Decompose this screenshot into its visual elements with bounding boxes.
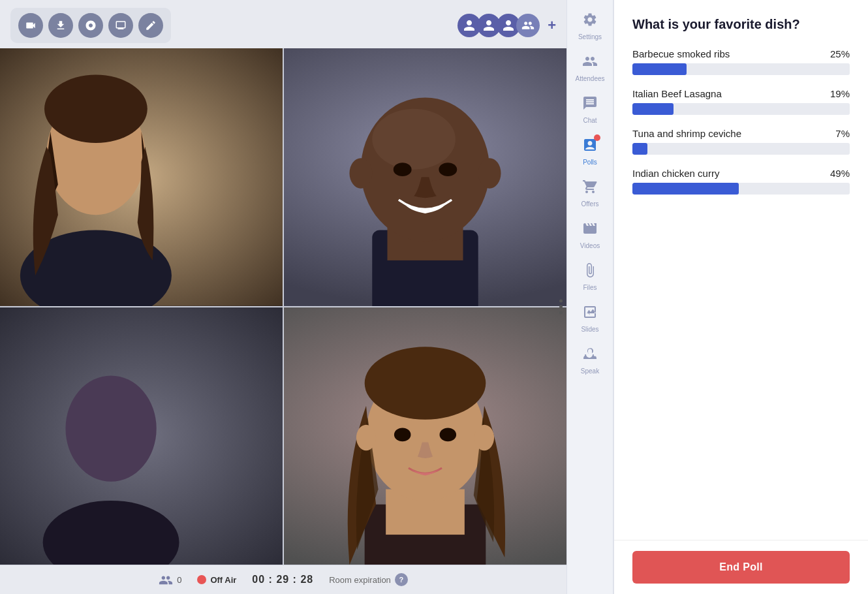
video-area: + bbox=[0, 0, 566, 594]
dot-3 bbox=[559, 311, 563, 314]
poll-item-pct-1: 19% bbox=[830, 88, 850, 99]
video-cell-4 bbox=[284, 307, 566, 565]
sidebar-item-settings[interactable]: Settings bbox=[567, 5, 613, 47]
help-button[interactable]: ? bbox=[395, 573, 408, 586]
three-dots-menu[interactable] bbox=[559, 299, 563, 314]
poll-content: What is your favorite dish? Barbecue smo… bbox=[614, 0, 868, 540]
video-cell-3 bbox=[0, 307, 283, 565]
poll-item-header-3: Indian chicken curry 49% bbox=[632, 168, 850, 179]
poll-item-label-1: Italian Beef Lasagna bbox=[632, 88, 722, 99]
edit-button[interactable] bbox=[138, 13, 163, 38]
off-air-indicator bbox=[197, 575, 206, 584]
attendee-count-item: 0 bbox=[159, 574, 181, 585]
video-footer: 0 Off Air 00 : 29 : 28 Room expiration ? bbox=[0, 565, 566, 594]
attendees-icon bbox=[582, 54, 598, 73]
chat-icon bbox=[582, 95, 598, 115]
poll-item-label-2: Tuna and shrimp ceviche bbox=[632, 128, 741, 139]
svg-point-9 bbox=[394, 163, 412, 176]
off-air-item: Off Air bbox=[197, 575, 236, 585]
sidebar-item-offers[interactable]: Offers bbox=[567, 172, 613, 214]
speak-icon bbox=[582, 346, 598, 366]
files-icon bbox=[582, 262, 598, 282]
svg-point-8 bbox=[372, 109, 456, 170]
off-air-label: Off Air bbox=[210, 575, 236, 585]
sidebar-item-files[interactable]: Files bbox=[567, 256, 613, 298]
svg-point-10 bbox=[439, 163, 457, 176]
poll-panel: What is your favorite dish? Barbecue smo… bbox=[613, 0, 868, 594]
end-poll-button[interactable]: End Poll bbox=[632, 551, 850, 584]
videos-label: Videos bbox=[580, 242, 600, 249]
poll-question: What is your favorite dish? bbox=[632, 16, 850, 33]
slides-icon bbox=[582, 304, 598, 324]
sidebar: Settings Attendees Chat Polls bbox=[566, 0, 613, 594]
timer-item: 00 : 29 : 28 bbox=[252, 574, 313, 586]
poll-item-header-1: Italian Beef Lasagna 19% bbox=[632, 88, 850, 99]
svg-point-21 bbox=[394, 428, 411, 441]
svg-point-24 bbox=[474, 424, 494, 450]
video-cell-1 bbox=[0, 48, 283, 306]
attendees-label: Attendees bbox=[575, 75, 604, 82]
poll-bar-fill-2 bbox=[632, 143, 647, 155]
poll-bar-track-2 bbox=[632, 143, 850, 155]
videos-icon bbox=[582, 221, 598, 240]
record-button[interactable] bbox=[78, 13, 103, 38]
toolbar-left bbox=[10, 8, 171, 43]
video-cell-2 bbox=[284, 48, 566, 306]
dot-1 bbox=[559, 299, 563, 302]
svg-point-23 bbox=[356, 424, 376, 450]
poll-item-label-0: Barbecue smoked ribs bbox=[632, 48, 730, 59]
attendee-count: 0 bbox=[177, 575, 181, 585]
poll-bar-fill-1 bbox=[632, 103, 674, 115]
svg-point-3 bbox=[44, 75, 147, 143]
files-label: Files bbox=[583, 284, 597, 291]
offers-label: Offers bbox=[581, 200, 598, 208]
offers-icon bbox=[582, 179, 598, 198]
svg-point-20 bbox=[365, 347, 486, 419]
sidebar-item-attendees[interactable]: Attendees bbox=[567, 47, 613, 89]
settings-icon bbox=[582, 12, 598, 31]
polls-badge bbox=[594, 134, 600, 141]
poll-item-pct-0: 25% bbox=[830, 48, 850, 59]
poll-bar-track-3 bbox=[632, 183, 850, 195]
poll-bar-fill-0 bbox=[632, 63, 687, 75]
screen-share-button[interactable] bbox=[108, 13, 133, 38]
sidebar-item-videos[interactable]: Videos bbox=[567, 214, 613, 256]
poll-items-container: Barbecue smoked ribs 25% Italian Beef La… bbox=[632, 48, 850, 195]
slides-label: Slides bbox=[581, 326, 598, 333]
poll-item-pct-2: 7% bbox=[835, 128, 850, 139]
sidebar-item-slides[interactable]: Slides bbox=[567, 298, 613, 339]
svg-point-14 bbox=[65, 375, 156, 481]
poll-item-1: Italian Beef Lasagna 19% bbox=[632, 88, 850, 115]
room-expiry-item: Room expiration ? bbox=[329, 573, 408, 586]
poll-bar-track-1 bbox=[632, 103, 850, 115]
sidebar-item-speak[interactable]: Speak bbox=[567, 339, 613, 381]
poll-bar-fill-3 bbox=[632, 183, 739, 195]
toolbar-right: + bbox=[457, 14, 556, 37]
chat-label: Chat bbox=[583, 117, 597, 124]
poll-item-2: Tuna and shrimp ceviche 7% bbox=[632, 128, 850, 155]
poll-item-header-0: Barbecue smoked ribs 25% bbox=[632, 48, 850, 59]
sidebar-item-chat[interactable]: Chat bbox=[567, 89, 613, 131]
timer-display: 00 : 29 : 28 bbox=[252, 574, 313, 586]
poll-footer: End Poll bbox=[614, 540, 868, 594]
download-button[interactable] bbox=[48, 13, 73, 38]
poll-item-0: Barbecue smoked ribs 25% bbox=[632, 48, 850, 75]
poll-item-header-2: Tuna and shrimp ceviche 7% bbox=[632, 128, 850, 139]
camera-button[interactable] bbox=[18, 13, 43, 38]
poll-item-3: Indian chicken curry 49% bbox=[632, 168, 850, 195]
polls-label: Polls bbox=[583, 159, 597, 166]
poll-item-label-3: Indian chicken curry bbox=[632, 168, 719, 179]
dot-2 bbox=[559, 305, 563, 308]
svg-point-22 bbox=[440, 428, 457, 441]
sidebar-item-polls[interactable]: Polls bbox=[567, 131, 613, 172]
poll-bar-track-0 bbox=[632, 63, 850, 75]
svg-point-11 bbox=[349, 158, 372, 188]
poll-item-pct-3: 49% bbox=[830, 168, 850, 179]
attendee-icons bbox=[457, 14, 540, 37]
room-expiry-label: Room expiration bbox=[329, 575, 391, 585]
attendee-avatar-4 bbox=[516, 14, 540, 37]
svg-point-12 bbox=[478, 158, 501, 188]
video-grid bbox=[0, 48, 566, 565]
add-attendee-button[interactable]: + bbox=[548, 17, 556, 34]
speak-label: Speak bbox=[581, 367, 599, 375]
